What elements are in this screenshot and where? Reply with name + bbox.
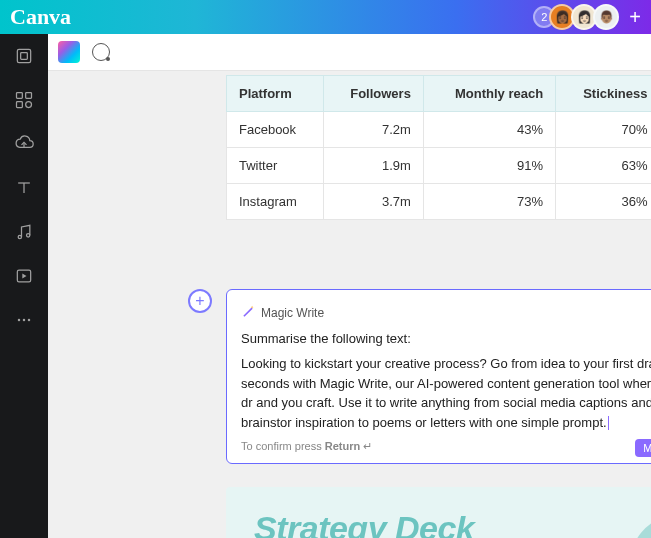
social-table[interactable]: Platform Followers Monthly reach Stickin… xyxy=(226,75,651,220)
logo: Canva xyxy=(10,4,71,30)
swoosh-decoration xyxy=(609,507,651,538)
svg-rect-3 xyxy=(26,93,32,99)
cell[interactable]: Twitter xyxy=(227,148,324,184)
cell[interactable]: 73% xyxy=(423,184,555,220)
magic-confirm-hint: To confirm press Return ↵ xyxy=(241,440,651,453)
svg-rect-4 xyxy=(17,102,23,108)
table-row[interactable]: Facebook 7.2m 43% 70% xyxy=(227,112,652,148)
magic-wand-icon xyxy=(241,304,255,321)
audio-icon[interactable] xyxy=(14,222,34,242)
cell[interactable]: 7.2m xyxy=(323,112,423,148)
magic-write-box[interactable]: Magic Write Summarise the following text… xyxy=(226,289,651,464)
magic-prompt-text[interactable]: Summarise the following text: xyxy=(241,331,651,346)
cell[interactable]: 43% xyxy=(423,112,555,148)
svg-rect-2 xyxy=(17,93,23,99)
svg-rect-1 xyxy=(21,53,28,60)
table-card: Platform Followers Monthly reach Stickin… xyxy=(226,75,651,220)
magic-body-text[interactable]: Looking to kickstart your creative proce… xyxy=(241,354,651,432)
svg-point-10 xyxy=(23,319,26,322)
add-element-button[interactable]: + xyxy=(188,289,212,313)
hint-prefix: To confirm press xyxy=(241,440,325,452)
svg-point-9 xyxy=(18,319,21,322)
hint-key: Return xyxy=(325,440,360,452)
text-icon[interactable] xyxy=(14,178,34,198)
magic-write-header: Magic Write xyxy=(241,304,651,321)
magic-write-label: Magic Write xyxy=(261,306,324,320)
strategy-slide[interactable]: Strategy Deck June 2028 xyxy=(226,487,651,538)
cell[interactable]: 63% xyxy=(556,148,651,184)
cell[interactable]: Facebook xyxy=(227,112,324,148)
topbar: Canva 2 👩🏾 👩🏻 👨🏽 + xyxy=(0,0,651,34)
collaborator-cursor-tag: Mariam xyxy=(635,439,651,457)
cell[interactable]: 1.9m xyxy=(323,148,423,184)
plus-icon: + xyxy=(195,292,204,310)
cell[interactable]: Instagram xyxy=(227,184,324,220)
svg-point-6 xyxy=(18,235,21,238)
elements-icon[interactable] xyxy=(14,90,34,110)
cell[interactable]: 3.7m xyxy=(323,184,423,220)
more-icon[interactable] xyxy=(14,310,34,330)
svg-point-7 xyxy=(27,234,30,237)
th-reach[interactable]: Monthly reach xyxy=(423,76,555,112)
templates-icon[interactable] xyxy=(14,46,34,66)
svg-rect-0 xyxy=(17,49,30,62)
avatar[interactable]: 👨🏽 xyxy=(593,4,619,30)
comment-icon[interactable] xyxy=(92,43,110,61)
cell[interactable]: 70% xyxy=(556,112,651,148)
table-row[interactable]: Instagram 3.7m 73% 36% xyxy=(227,184,652,220)
th-followers[interactable]: Followers xyxy=(323,76,423,112)
table-row[interactable]: Twitter 1.9m 91% 63% xyxy=(227,148,652,184)
uploads-icon[interactable] xyxy=(14,134,34,154)
return-icon: ↵ xyxy=(363,440,372,452)
sidebar xyxy=(0,34,48,538)
th-stickiness[interactable]: Stickiness xyxy=(556,76,651,112)
strategy-title[interactable]: Strategy Deck xyxy=(254,509,651,538)
video-icon[interactable] xyxy=(14,266,34,286)
th-platform[interactable]: Platform xyxy=(227,76,324,112)
toolbar xyxy=(48,34,651,71)
avatars: 2 👩🏾 👩🏻 👨🏽 + xyxy=(533,4,641,30)
svg-point-5 xyxy=(26,102,32,108)
cell[interactable]: 91% xyxy=(423,148,555,184)
canvas[interactable]: Platform Followers Monthly reach Stickin… xyxy=(48,71,651,538)
color-picker-button[interactable] xyxy=(58,41,80,63)
invite-button[interactable]: + xyxy=(629,6,641,29)
svg-point-11 xyxy=(28,319,31,322)
cell[interactable]: 36% xyxy=(556,184,651,220)
